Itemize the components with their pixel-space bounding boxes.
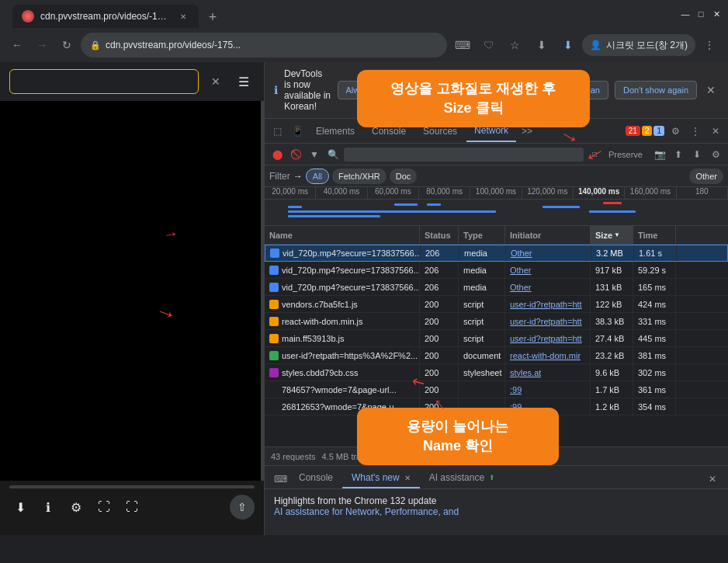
new-tab-btn[interactable]: + (202, 6, 224, 28)
td-size: 27.4 kB (591, 330, 633, 346)
th-type[interactable]: Type (459, 226, 505, 244)
tab-title: cdn.pvvstream.pro/videos/-175... (40, 11, 171, 22)
table-row[interactable]: main.ff53913b.js 200 script user-id?retp… (265, 330, 728, 347)
th-size[interactable]: Size ▼ (591, 226, 633, 244)
script-file-icon (269, 317, 279, 326)
td-type: script (459, 296, 505, 312)
settings-btn[interactable]: ⚙ (65, 496, 87, 518)
progress-bar[interactable] (9, 485, 255, 488)
notification-close-btn[interactable]: ✕ (703, 82, 719, 98)
preserve-log-btn[interactable]: □ (587, 147, 602, 162)
td-initiator: :99 (505, 381, 591, 398)
always-match-btn[interactable]: Always match Chrome's language (338, 81, 484, 99)
table-row[interactable]: react-with-dom.min.js 200 script user-id… (265, 313, 728, 330)
td-status: 206 (421, 245, 459, 261)
timeline-labels: 20,000 ms 40,000 ms 60,000 ms 80,000 ms … (265, 187, 728, 200)
download-active-btn[interactable]: ⬇ (556, 33, 581, 57)
screenshot-btn[interactable]: 📷 (652, 147, 667, 162)
bottom-tab-whatsnew[interactable]: What's new ✕ (342, 468, 420, 488)
td-type: document (459, 347, 505, 363)
shield-btn[interactable]: 🛡 (477, 33, 501, 57)
star-btn[interactable]: ☆ (503, 33, 528, 57)
close-btn[interactable]: ✕ (711, 9, 722, 19)
td-time: 1.61 s (634, 245, 677, 261)
th-status[interactable]: Status (420, 226, 459, 244)
info-icon: ℹ (274, 84, 278, 96)
table-row[interactable]: vid_720p.mp4?secure=173837566... 206 med… (265, 262, 728, 279)
secret-mode-btn[interactable]: 👤 시크릿 모드(창 2개) (582, 34, 695, 56)
inspect-element-btn[interactable]: ⬚ (268, 122, 286, 141)
save-btn[interactable]: ⬇ (529, 33, 554, 57)
table-row[interactable]: vendors.c7ba5fc1.js 200 script user-id?r… (265, 296, 728, 313)
tab-sources[interactable]: Sources (415, 120, 465, 142)
th-name[interactable]: Name (265, 226, 420, 244)
filter-doc-btn[interactable]: Doc (390, 169, 418, 184)
bottom-tab-ai[interactable]: AI assistance ⬆ (420, 468, 504, 488)
export-btn[interactable]: ⬇ (689, 147, 705, 162)
back-btn[interactable]: ← (6, 34, 28, 56)
timeline-bar (394, 203, 418, 206)
table-body[interactable]: vid_720p.mp4?secure=173837566... 206 med… (265, 245, 728, 447)
bottom-tab-console[interactable]: Console (289, 468, 342, 488)
transfer-amount: 4.5 MB transferr... (321, 452, 389, 461)
forward-btn[interactable]: → (31, 34, 53, 56)
td-type: stylesheet (459, 364, 505, 381)
td-size: 38.3 kB (591, 313, 633, 329)
import-btn[interactable]: ⬆ (671, 147, 686, 162)
table-row[interactable]: user-id?retpath=https%3A%2F%2... 200 doc… (265, 347, 728, 364)
video-search-bar: ✕ ☰ (0, 62, 264, 101)
record-btn[interactable]: ⬤ (269, 147, 285, 162)
reload-btn[interactable]: ↻ (56, 34, 78, 56)
tab-console[interactable]: Console (364, 120, 414, 142)
more-tabs-btn[interactable]: >> (518, 122, 536, 141)
close-devtools-btn[interactable]: ✕ (706, 122, 725, 141)
table-row[interactable]: 784657?wmode=7&page-url... 200 :99 1.7 k… (265, 381, 728, 398)
search-network-btn[interactable]: 🔍 (325, 147, 341, 162)
picture-in-picture-btn[interactable]: ⛶ (93, 496, 115, 518)
filter-toggle-btn[interactable]: ▼ (307, 147, 322, 162)
hamburger-icon[interactable]: ☰ (233, 71, 255, 92)
translate-btn[interactable]: ⌨ (450, 33, 475, 57)
td-time: 361 ms (633, 381, 676, 398)
download-video-btn[interactable]: ⬇ (9, 496, 31, 518)
settings-net-btn[interactable]: ⚙ (708, 147, 723, 162)
th-time[interactable]: Time (633, 226, 676, 244)
whatsnew-close-icon[interactable]: ✕ (404, 474, 411, 482)
network-search-input[interactable] (344, 148, 584, 162)
clear-btn[interactable]: 🚫 (288, 147, 303, 162)
table-row[interactable]: 26812653?wmode=7&page-u... 200 :99 1.2 k… (265, 398, 728, 415)
minimize-btn[interactable]: — (680, 9, 691, 19)
td-initiator: :99 (505, 398, 591, 415)
annotation-link[interactable]: AI assistance for Network, Performance, … (274, 506, 719, 517)
settings-icon[interactable]: ⚙ (666, 122, 685, 141)
device-toolbar-btn[interactable]: 📱 (288, 122, 307, 141)
maximize-btn[interactable]: □ (695, 9, 706, 19)
tab-close-btn[interactable]: ✕ (177, 10, 189, 23)
menu-btn[interactable]: ⋮ (697, 33, 722, 57)
table-row[interactable]: vid_720p.mp4?secure=173837566... 206 med… (265, 279, 728, 296)
table-row[interactable]: vid_720p.mp4?secure=173837566... 206 med… (265, 245, 728, 262)
td-size: 3.2 MB (591, 245, 634, 261)
fullscreen-btn[interactable]: ⛶ (121, 496, 143, 518)
dont-show-again-btn[interactable]: Don't show again (615, 81, 697, 99)
switch-korean-btn[interactable]: Switch DevTools to Korean (490, 81, 608, 99)
filter-other-btn[interactable]: Other (689, 169, 723, 184)
table-row[interactable]: styles.cbdd79cb.css 200 stylesheet style… (265, 364, 728, 381)
share-btn[interactable]: ⇧ (230, 495, 255, 520)
close-bottom-panel-btn[interactable]: ✕ (703, 470, 722, 488)
info-btn[interactable]: ℹ (37, 496, 59, 518)
filter-all-btn[interactable]: All (306, 169, 329, 184)
ellipsis-icon[interactable]: ⋮ (686, 122, 705, 141)
lock-icon: 🔒 (90, 40, 101, 50)
tab-favicon (22, 10, 34, 23)
bottom-panel-icon[interactable]: ⌨ (271, 470, 289, 488)
address-bar[interactable]: 🔒 cdn.pvvstream.pro/videos/-175... (81, 33, 447, 57)
tab-elements[interactable]: Elements (308, 120, 362, 142)
timeline-label-2: 60,000 ms (368, 187, 419, 199)
tab-network[interactable]: Network (466, 120, 516, 142)
search-close-icon[interactable]: ✕ (205, 71, 227, 92)
search-input[interactable] (9, 69, 199, 94)
filter-fetch-btn[interactable]: Fetch/XHR (332, 169, 387, 184)
th-initiator[interactable]: Initiator (505, 226, 591, 244)
active-tab[interactable]: cdn.pvvstream.pro/videos/-175... ✕ (12, 5, 199, 28)
